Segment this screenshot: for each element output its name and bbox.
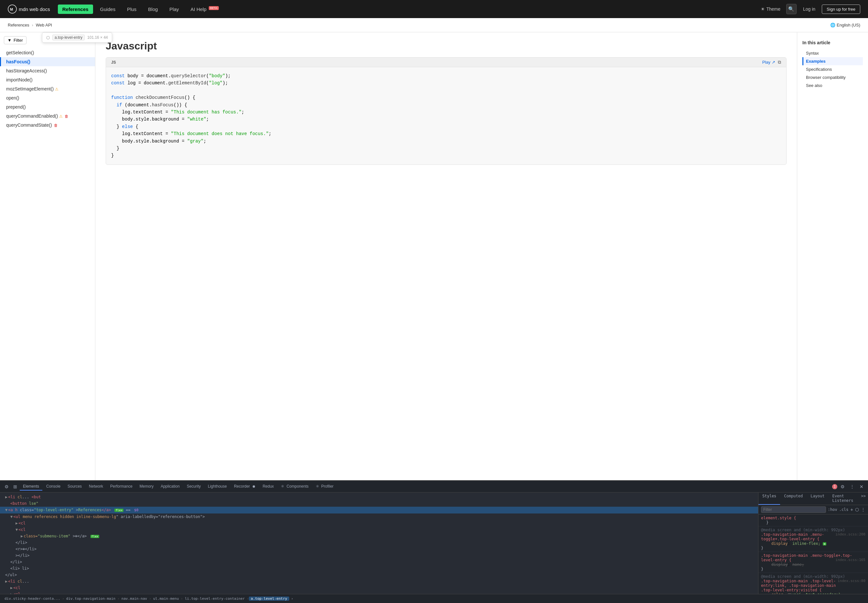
sidebar-item-querycommandenabled[interactable]: queryCommandEnabled() ⚠ 🗑 xyxy=(0,111,95,121)
styles-tab-event-listeners[interactable]: Event Listeners xyxy=(829,492,857,505)
styles-tab-more[interactable]: >> xyxy=(857,492,868,505)
styles-tab-computed[interactable]: Computed xyxy=(780,492,806,505)
styles-filter-input[interactable] xyxy=(761,506,826,513)
components-icon: ⚛ xyxy=(281,484,284,489)
play-button[interactable]: Play ↗ xyxy=(762,60,775,65)
nav-item-plus[interactable]: Plus xyxy=(122,5,141,14)
tab-console[interactable]: Console xyxy=(43,483,64,490)
more-icon[interactable]: ⋮ xyxy=(848,484,856,490)
devtools-tab-inspector[interactable]: ⚙ xyxy=(3,483,11,490)
copy-code-button[interactable]: ⧉ xyxy=(778,59,781,65)
code-body: const body = document.querySelector("bod… xyxy=(106,67,786,164)
elem-line-2[interactable]: <button lse" xyxy=(0,500,758,507)
elem-line-3[interactable]: ▼<a h class="top-level-entry" >Reference… xyxy=(0,507,758,513)
styles-tab-styles[interactable]: Styles xyxy=(758,492,780,505)
filter-button[interactable]: ▼ Filter xyxy=(4,36,26,44)
toc-item-syntax[interactable]: Syntax xyxy=(802,49,863,57)
elem-line-13[interactable]: </ul> xyxy=(0,572,758,578)
tab-security[interactable]: Security xyxy=(184,483,204,490)
pseudo-hover[interactable]: :hov xyxy=(828,507,837,512)
inspect-icon[interactable]: ⬡ xyxy=(855,507,859,512)
elem-line-9[interactable]: <r>⊕</li> xyxy=(0,546,758,552)
warn-icon-1: ⚠ xyxy=(55,87,59,91)
nav-item-aihelp[interactable]: AI Help BETA xyxy=(186,5,223,14)
tab-recorder[interactable]: Recorder ⏺ xyxy=(231,483,259,490)
logo[interactable]: M mdn web docs xyxy=(8,5,50,14)
css-rule-media-1: @media screen and (min-width: 992px) ind… xyxy=(758,526,868,552)
toc-item-browser-compat[interactable]: Browser compatibility xyxy=(802,73,863,82)
undock-icon[interactable]: ✕ xyxy=(858,484,865,490)
elem-line-14[interactable]: ▶<li cl... xyxy=(0,578,758,584)
elem-line-11[interactable]: </li> xyxy=(0,559,758,565)
tab-profiler[interactable]: ⚛ Profiler xyxy=(312,483,337,490)
nav-item-references[interactable]: References xyxy=(58,5,93,14)
theme-icon: ☀ xyxy=(761,6,765,12)
tooltip-icon: ⬡ xyxy=(46,35,50,40)
article-title: Javascript xyxy=(106,40,786,52)
elem-line-12[interactable]: <li> li> xyxy=(0,565,758,572)
tab-network[interactable]: Network xyxy=(86,483,106,490)
styles-tab-layout[interactable]: Layout xyxy=(806,492,828,505)
signup-button[interactable]: Sign up for free xyxy=(822,5,860,14)
elem-line-6[interactable]: ▼<cl xyxy=(0,526,758,533)
sidebar-item-hasfocus[interactable]: hasFocus() xyxy=(0,57,95,66)
elem-line-1[interactable]: ▶<li cl... <but xyxy=(0,494,758,500)
nav-item-blog[interactable]: Blog xyxy=(144,5,162,14)
sidebar-item-hasstorageaccess[interactable]: hasStorageAccess() xyxy=(0,66,95,75)
elem-line-10[interactable]: ></li> xyxy=(0,552,758,559)
theme-toggle[interactable]: ☀ Theme xyxy=(757,5,784,13)
toc-item-see-also[interactable]: See also xyxy=(802,82,863,90)
elem-line-5[interactable]: ▶<cl xyxy=(0,520,758,526)
sidebar-item-importnode[interactable]: importNode() xyxy=(0,75,95,84)
warn-icon-2: ⚠ xyxy=(59,114,63,119)
tab-performance[interactable]: Performance xyxy=(107,483,136,490)
breadcrumb-references[interactable]: References xyxy=(8,23,29,28)
sidebar-item-mozsetimageelement[interactable]: mozSetImageElement() ⚠ xyxy=(0,84,95,93)
element-tooltip: ⬡ a.top-level-entry 101.16 × 44 xyxy=(42,32,112,43)
recorder-icon: ⏺ xyxy=(252,484,256,488)
breadcrumb-webapi[interactable]: Web API xyxy=(36,23,52,28)
sidebar-item-querycommandstate[interactable]: queryCommandState() 🗑 xyxy=(0,121,95,130)
sidebar-item-prepend[interactable]: prepend() xyxy=(0,102,95,111)
pseudo-cls[interactable]: .cls xyxy=(839,507,849,512)
elem-line-15[interactable]: ▶<cl xyxy=(0,584,758,591)
tab-redux[interactable]: Redux xyxy=(259,483,277,490)
tooltip-tag: a.top-level-entry xyxy=(53,35,85,40)
bc-item-5[interactable]: li.top-level-entry-container xyxy=(183,597,247,601)
profiler-icon: ⚛ xyxy=(316,484,319,489)
settings-icon[interactable]: ⚙ xyxy=(839,484,847,490)
more-styles-icon[interactable]: ⋮ xyxy=(861,507,865,512)
elem-line-7[interactable]: ▶class="submenu-item" >⊕</a> flex xyxy=(0,533,758,540)
tab-lighthouse[interactable]: Lighthouse xyxy=(205,483,230,490)
bc-item-2[interactable]: div.top-navigation-main xyxy=(64,597,117,601)
breadcrumb-sep-1: › xyxy=(32,23,33,28)
bc-more-icon[interactable]: › xyxy=(289,597,295,601)
tab-application[interactable]: Application xyxy=(158,483,183,490)
login-button[interactable]: Log in xyxy=(799,5,819,14)
devtools-breadcrumb: div.sticky-header-conta... › div.top-nav… xyxy=(0,594,868,603)
css-rule-element: element.style { } xyxy=(758,515,868,526)
css-rule-display-none: .top-navigation-main .menu-toggle+.top-l… xyxy=(758,552,868,573)
elem-line-16[interactable]: ▶<cl xyxy=(0,591,758,594)
tab-elements[interactable]: Elements xyxy=(20,483,42,490)
search-button[interactable]: 🔍 xyxy=(786,4,797,14)
language-selector[interactable]: 🌐 English (US) xyxy=(830,23,860,28)
elem-line-8[interactable]: </li> xyxy=(0,540,758,546)
sidebar-item-open[interactable]: open() xyxy=(0,93,95,102)
sidebar-item-getselection[interactable]: getSelection() xyxy=(0,48,95,57)
bc-item-3[interactable]: nav.main-nav xyxy=(120,597,149,601)
toc-item-examples[interactable]: Examples xyxy=(802,57,863,65)
nav-item-play[interactable]: Play xyxy=(165,5,183,14)
devtools-tab-responsive[interactable]: ⊞ xyxy=(11,483,19,490)
nav-item-guides[interactable]: Guides xyxy=(96,5,120,14)
bc-item-4[interactable]: ul.main-menu xyxy=(151,597,181,601)
tab-sources[interactable]: Sources xyxy=(64,483,85,490)
tab-components[interactable]: ⚛ Components xyxy=(278,483,312,490)
bc-item-1[interactable]: div.sticky-header-conta... xyxy=(3,597,62,601)
add-rule-icon[interactable]: + xyxy=(851,507,853,512)
bc-item-6[interactable]: a.top-level-entry xyxy=(249,597,289,601)
toc-item-specifications[interactable]: Specifications xyxy=(802,65,863,73)
elem-line-4[interactable]: ▼<ul menu references hidden inline-subme… xyxy=(0,513,758,520)
delete-icon-2: 🗑 xyxy=(54,123,58,128)
tab-memory[interactable]: Memory xyxy=(136,483,157,490)
